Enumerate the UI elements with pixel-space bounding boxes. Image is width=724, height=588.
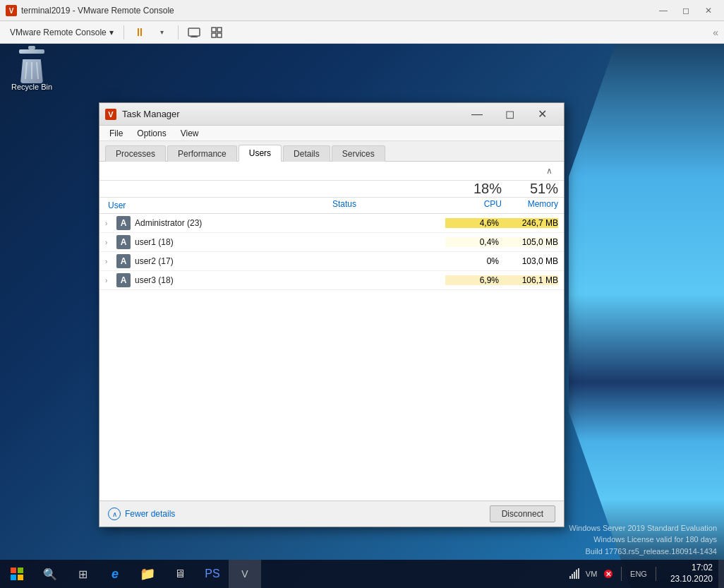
task-manager-footer: ∧ Fewer details Disconnect [99,500,564,527]
user-mem-admin: 246,7 MB [502,218,558,228]
svg-line-9 [25,62,27,79]
vmware-menu-button[interactable]: VMware Remote Console ▾ [6,26,118,39]
task-manager-content: ∧ 18% 51% User Status CPU Memory › A Adm… [99,162,564,500]
sort-arrow-icon[interactable]: ∧ [541,164,558,177]
file-explorer-button[interactable]: 📁 [131,560,164,588]
task-view-button[interactable]: ⊞ [66,560,99,588]
user-icon-admin: A [116,216,131,230]
expand-icon-user1[interactable]: › [105,239,116,246]
user-icon-user2: A [116,254,131,268]
tray-separator [621,567,622,581]
fewer-details-button[interactable]: ∧ Fewer details [108,508,175,520]
svg-text:V: V [9,7,14,15]
clock-time: 17:02 [670,563,713,574]
expand-icon-user3[interactable]: › [105,277,116,284]
svg-rect-14 [11,568,16,573]
show-desktop-button[interactable] [718,560,724,588]
user-row-administrator[interactable]: › A Administrator (23) 4,6% 246,7 MB [99,214,564,233]
task-view-icon: ⊞ [78,568,88,581]
taskbar: 🔍 ⊞ e 📁 🖥 PS V VM [0,560,724,588]
user-cpu-user3: 6,9% [445,275,502,285]
recycle-bin-icon[interactable]: Recycle Bin [7,46,56,92]
ie-button[interactable]: e [99,560,131,588]
tab-processes[interactable]: Processes [105,145,166,162]
window-controls: — ◻ ✕ [653,4,718,18]
svg-rect-18 [569,576,571,579]
svg-rect-20 [574,572,575,579]
monitor-button[interactable] [184,24,204,41]
restore-button[interactable]: ◻ [676,4,696,18]
server-manager-button[interactable]: 🖥 [164,560,196,588]
col-status[interactable]: Status [332,199,445,212]
tray-error-icon[interactable]: ✕ [601,567,615,581]
vmware-taskbar-button[interactable]: V [229,560,261,588]
expand-button[interactable] [207,24,227,41]
svg-rect-6 [217,28,222,32]
menu-view[interactable]: View [176,127,203,140]
fewer-details-label: Fewer details [125,509,175,519]
folder-icon: 📁 [140,566,155,582]
menu-options[interactable]: Options [133,127,170,140]
vmware-titlebar: V terminal2019 - VMware Remote Console —… [0,0,724,21]
task-manager-menubar: File Options View [99,126,564,141]
svg-rect-15 [18,568,23,573]
menu-file[interactable]: File [105,127,127,140]
start-button[interactable] [0,560,34,588]
cpu-percentage: 18% [445,181,502,197]
tray-network-icon[interactable] [567,567,581,581]
user-row-user1[interactable]: › A user1 (18) 0,4% 105,0 MB [99,233,564,252]
memory-percentage: 51% [502,181,558,197]
search-button[interactable]: 🔍 [34,560,66,588]
col-cpu[interactable]: CPU [445,199,502,212]
tab-services[interactable]: Services [332,145,385,162]
expand-icon-admin[interactable]: › [105,220,116,227]
user-row-user2[interactable]: › A user2 (17) 0% 103,0 MB [99,252,564,271]
disconnect-button[interactable]: Disconnect [490,505,555,522]
task-manager-controls: — ◻ ✕ [461,103,558,126]
pause-button[interactable]: ⏸ [130,24,150,41]
svg-text:V: V [108,110,114,119]
tray-lang[interactable]: ENG [627,567,650,581]
toolbar-dropdown[interactable]: ▾ [152,24,172,41]
task-manager-titlebar: V Task Manager — ◻ ✕ [99,103,564,126]
toolbar-separator2 [178,25,179,40]
tray-vm-icon[interactable]: VM [584,567,598,581]
windows-watermark: Windows Server 2019 Standard Evaluation … [569,522,717,558]
clock-date: 23.10.2020 [670,574,713,585]
tm-close-button[interactable]: ✕ [526,103,558,126]
tab-users[interactable]: Users [239,145,282,162]
tab-details[interactable]: Details [283,145,330,162]
expand-icon-user2[interactable]: › [105,258,116,265]
user-name-user2: user2 (17) [135,256,332,266]
taskbar-clock[interactable]: 17:02 23.10.2020 [665,563,718,584]
user-cpu-admin: 4,6% [445,218,502,228]
user-mem-user1: 105,0 MB [502,237,558,247]
vmware-taskbar-icon: V [241,568,248,580]
svg-rect-7 [212,33,216,37]
double-arrow-icon: « [713,27,718,38]
watermark-line1: Windows Server 2019 Standard Evaluation [569,522,717,534]
minimize-button[interactable]: — [653,4,673,18]
recycle-bin-image [15,46,49,80]
tab-performance[interactable]: Performance [167,145,237,162]
col-memory[interactable]: Memory [502,199,558,212]
task-manager-tabs: Processes Performance Users Details Serv… [99,141,564,162]
column-headers: User Status CPU Memory [99,198,564,214]
user-row-user3[interactable]: › A user3 (18) 6,9% 106,1 MB [99,271,564,290]
col-user[interactable]: User [105,199,332,212]
sort-arrow-row: ∧ [99,162,564,181]
powershell-button[interactable]: PS [196,560,229,588]
vmware-icon: V [6,5,17,16]
close-button[interactable]: ✕ [699,4,718,18]
recycle-bin-label: Recycle Bin [7,83,56,92]
svg-rect-4 [191,37,198,37]
tm-restore-button[interactable]: ◻ [493,103,526,126]
task-manager-window: V Task Manager — ◻ ✕ File Options View P… [99,102,565,527]
system-tray: VM ✕ ENG [562,567,665,581]
user-name-admin: Administrator (23) [135,218,332,228]
user-name-user1: user1 (18) [135,237,332,247]
tm-minimize-button[interactable]: — [461,103,493,126]
user-cpu-user1: 0,4% [445,237,502,247]
svg-rect-21 [576,570,577,579]
vmware-menu-arrow: ▾ [109,28,114,37]
